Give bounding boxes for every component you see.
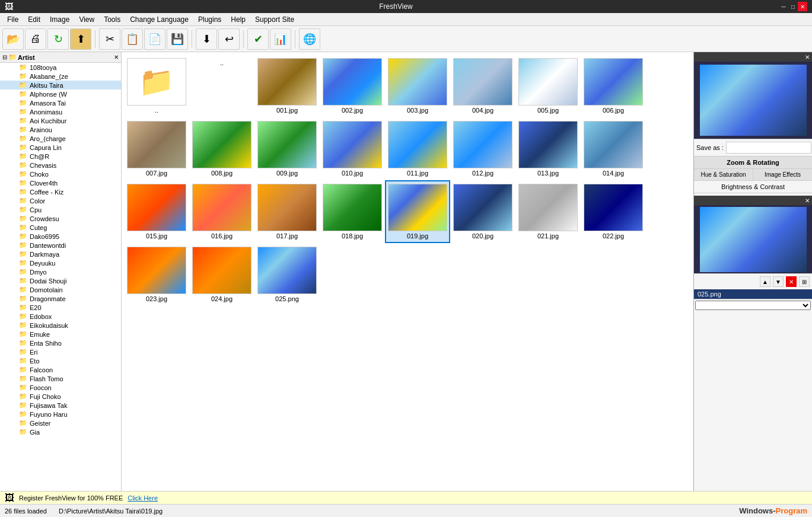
thumb-item-021[interactable]: 021.jpg xyxy=(515,180,581,243)
toolbar-cut[interactable]: ✂ xyxy=(99,28,120,50)
sidebar-item-dragonmate[interactable]: 📁Dragonmate xyxy=(0,294,121,303)
sidebar-item-geister[interactable]: 📁Geister xyxy=(0,419,121,427)
nav-up-button[interactable]: ▲ xyxy=(760,276,770,287)
thumb-item-025[interactable]: 025.png xyxy=(254,243,320,306)
menu-supportsite[interactable]: Support Site xyxy=(250,14,299,25)
sidebar-item-alphonse-(w[interactable]: 📁Alphonse (W xyxy=(0,90,121,98)
sidebar-item-amasora-tai[interactable]: 📁Amasora Tai xyxy=(0,98,121,107)
thumb-item-002[interactable]: 002.jpg xyxy=(320,55,385,117)
toolbar-refresh[interactable]: ↻ xyxy=(47,28,69,50)
sidebar-item-gia[interactable]: 📁Gia xyxy=(0,427,121,436)
sidebar-item-cpu[interactable]: 📁Cpu xyxy=(0,205,121,214)
sidebar-item-cuteg[interactable]: 📁Cuteg xyxy=(0,223,121,232)
sidebar-item-crowdesu[interactable]: 📁Crowdesu xyxy=(0,214,121,223)
thumb-item-014[interactable]: 014.jpg xyxy=(581,117,646,180)
sidebar-item-108tooya[interactable]: 📁108tooya xyxy=(0,63,121,72)
sidebar-expand-icon[interactable]: ⊟ xyxy=(2,54,7,60)
sidebar-item-dantewontdi[interactable]: 📁Dantewontdi xyxy=(0,241,121,250)
sidebar-item-akitsu-taira[interactable]: 📁Akitsu Taira xyxy=(0,81,121,90)
sidebar-item-deyuuku[interactable]: 📁Deyuuku xyxy=(0,258,121,267)
sidebar-item-enta-shiho[interactable]: 📁Enta Shiho xyxy=(0,339,121,347)
thumb-item-016[interactable]: 016.jpg xyxy=(189,180,254,243)
toolbar-download[interactable]: ⬇ xyxy=(196,28,217,50)
thumb-item-018[interactable]: 018.jpg xyxy=(320,180,385,243)
toolbar-paste[interactable]: 📄 xyxy=(144,28,165,50)
toolbar-open[interactable]: 📂 xyxy=(2,28,24,50)
sidebar-item-eikokudaisuk[interactable]: 📁Eikokudaisuk xyxy=(0,321,121,330)
thumb-item-010[interactable]: 010.jpg xyxy=(320,117,385,180)
menu-tools[interactable]: Tools xyxy=(99,14,125,25)
sidebar-item-fuji-choko[interactable]: 📁Fuji Choko xyxy=(0,392,121,401)
thumb-item-019[interactable]: 019.jpg xyxy=(385,180,450,243)
thumb-item-006[interactable]: 006.jpg xyxy=(581,55,646,117)
sidebar-item-dodai-shouji[interactable]: 📁Dodai Shouji xyxy=(0,276,121,285)
thumb-item-003[interactable]: 003.jpg xyxy=(385,55,450,117)
sidebar-item-akabane_(ze[interactable]: 📁Akabane_(ze xyxy=(0,72,121,81)
thumb-item-dotdot[interactable]: 📁 .. xyxy=(124,55,189,117)
menu-view[interactable]: View xyxy=(74,14,99,25)
menu-edit[interactable]: Edit xyxy=(23,14,45,25)
sidebar-item-eto[interactable]: 📁Eto xyxy=(0,356,121,365)
thumb-item-023[interactable]: 023.jpg xyxy=(124,243,189,306)
sidebar-item-e20[interactable]: 📁E20 xyxy=(0,303,121,312)
image-effects-button[interactable]: Image Effects xyxy=(753,169,812,180)
sidebar-item-color[interactable]: 📁Color xyxy=(0,196,121,205)
sidebar-item-capura-lin[interactable]: 📁Capura Lin xyxy=(0,143,121,152)
sidebar-item-fujisawa-tak[interactable]: 📁Fujisawa Tak xyxy=(0,401,121,410)
maximize-button[interactable]: □ xyxy=(788,2,798,11)
sidebar-item-chevasis[interactable]: 📁Chevasis xyxy=(0,161,121,170)
thumb-item-020[interactable]: 020.jpg xyxy=(450,180,515,243)
toolbar-copy[interactable]: 📋 xyxy=(122,28,143,50)
thumb-item-011[interactable]: 011.jpg xyxy=(385,117,450,180)
thumb-item-017[interactable]: 017.jpg xyxy=(254,180,320,243)
thumb-item-005[interactable]: 005.jpg xyxy=(515,55,581,117)
close-button[interactable]: ✕ xyxy=(798,2,807,11)
thumb-item-009[interactable]: 009.jpg xyxy=(254,117,320,180)
dropdown-select[interactable] xyxy=(695,301,811,310)
sidebar-item-coffee---kiz[interactable]: 📁Coffee - Kiz xyxy=(0,187,121,196)
thumb-item-004[interactable]: 004.jpg xyxy=(450,55,515,117)
toolbar-check[interactable]: ✔ xyxy=(247,28,269,50)
toolbar-upload[interactable]: ⬆ xyxy=(70,28,91,50)
sidebar-item-eri[interactable]: 📁Eri xyxy=(0,347,121,356)
hue-saturation-button[interactable]: Hue & Saturation xyxy=(694,169,753,180)
thumb-item-015[interactable]: 015.jpg xyxy=(124,180,189,243)
menu-help[interactable]: Help xyxy=(226,14,250,25)
thumb-item-022[interactable]: 022.jpg xyxy=(581,180,646,243)
menu-image[interactable]: Image xyxy=(45,14,74,25)
sidebar-close-icon[interactable]: ✕ xyxy=(114,54,119,60)
toolbar-globe[interactable]: 🌐 xyxy=(299,28,320,50)
sidebar-item-aro_(charge[interactable]: 📁Aro_(charge xyxy=(0,134,121,143)
thumb-item-008[interactable]: 008.jpg xyxy=(189,117,254,180)
sidebar-item-choko[interactable]: 📁Choko xyxy=(0,170,121,178)
toolbar-rotate[interactable]: ↩ xyxy=(218,28,240,50)
sidebar-item-emuke[interactable]: 📁Emuke xyxy=(0,330,121,339)
sidebar-item-falcoon[interactable]: 📁Falcoon xyxy=(0,365,121,374)
sidebar-item-anonimasu[interactable]: 📁Anonimasu xyxy=(0,107,121,116)
sidebar-item-flash-tomo[interactable]: 📁Flash Tomo xyxy=(0,374,121,383)
sidebar-item-clover4th[interactable]: 📁Clover4th xyxy=(0,178,121,187)
nav-expand-button[interactable]: ⊞ xyxy=(799,276,810,287)
sidebar-item-aoi-kuchibur[interactable]: 📁Aoi Kuchibur xyxy=(0,116,121,125)
nav-delete-button[interactable]: ✕ xyxy=(786,276,797,287)
sidebar-item-dako6995[interactable]: 📁Dako6995 xyxy=(0,232,121,241)
register-link[interactable]: Click Here xyxy=(128,494,158,502)
thumb-item-012[interactable]: 012.jpg xyxy=(450,117,515,180)
toolbar-print[interactable]: 🖨 xyxy=(25,28,46,50)
sidebar-item-fuyuno-haru[interactable]: 📁Fuyuno Haru xyxy=(0,410,121,419)
thumb-item-007[interactable]: 007.jpg xyxy=(124,117,189,180)
sidebar-item-foocon[interactable]: 📁Foocon xyxy=(0,383,121,392)
thumb-item-dotdot[interactable]: .. xyxy=(189,55,254,117)
thumb-item-001[interactable]: 001.jpg xyxy=(254,55,320,117)
toolbar-save[interactable]: 💾 xyxy=(167,28,188,50)
toolbar-chart[interactable]: 📊 xyxy=(270,28,291,50)
sidebar-item-arainou[interactable]: 📁Arainou xyxy=(0,125,121,134)
sidebar-item-ch@r[interactable]: 📁Ch@R xyxy=(0,152,121,161)
minimize-button[interactable]: ─ xyxy=(779,2,788,11)
saveas-input[interactable] xyxy=(726,142,811,154)
sidebar-item-domotolain[interactable]: 📁Domotolain xyxy=(0,285,121,294)
nav-down-button[interactable]: ▼ xyxy=(773,276,784,287)
thumb-item-024[interactable]: 024.jpg xyxy=(189,243,254,306)
sidebar-item-darkmaya[interactable]: 📁Darkmaya xyxy=(0,250,121,258)
menu-file[interactable]: File xyxy=(2,14,23,25)
